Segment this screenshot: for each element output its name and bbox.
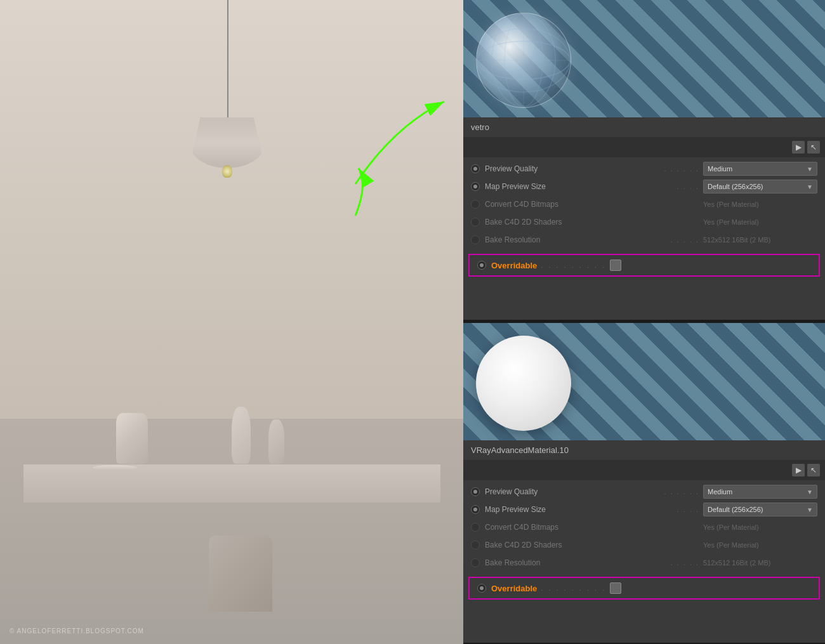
bake-resolution-row: Bake Resolution . . . . . 512x512 16Bit … xyxy=(463,231,825,249)
settings-vray: Preview Quality . . . . . . Medium ▼ Map… xyxy=(463,480,825,574)
vase2-object xyxy=(268,419,284,464)
sphere-lines-svg xyxy=(476,13,571,108)
toolbar-vray: ▶ ↖ xyxy=(463,460,825,480)
material-name-vetro: vetro xyxy=(463,117,825,137)
overridable-row-vetro: Overridable . . . . . . . . . xyxy=(468,254,820,277)
vray-overridable-radio[interactable] xyxy=(477,584,486,593)
vray-overridable-checkbox[interactable] xyxy=(610,582,621,594)
dropdown-arrow-icon3: ▼ xyxy=(807,489,813,496)
toolbar-vetro: ▶ ↖ xyxy=(463,137,825,157)
vray-bake-shaders-row: Bake C4D 2D Shaders Yes (Per Material) xyxy=(463,536,825,554)
vase1-object xyxy=(232,407,251,464)
map-preview-size-value-container: Default (256x256) ▼ xyxy=(703,180,817,194)
bake-resolution-label: Bake Resolution xyxy=(485,235,666,244)
cursor-icon-2[interactable]: ↖ xyxy=(807,464,820,476)
convert-bitmaps-label: Convert C4D Bitmaps xyxy=(485,200,703,209)
glass-sphere-preview xyxy=(476,13,571,108)
material-panel-vetro: vetro ▶ ↖ Preview Quality . . . . . . Me… xyxy=(463,0,825,321)
map-preview-size-radio[interactable] xyxy=(471,182,480,191)
dropdown-arrow-icon2: ▼ xyxy=(807,183,813,190)
vray-bake-resolution-row: Bake Resolution . . . . . 512x512 16Bit … xyxy=(463,554,825,572)
vray-convert-bitmaps-row: Convert C4D Bitmaps Yes (Per Material) xyxy=(463,518,825,536)
preview-quality-dots: . . . . . . xyxy=(664,165,699,173)
copyright-text: © ANGELOFERRETTI.BLOGSPOT.COM xyxy=(10,628,144,634)
map-preview-size-dropdown[interactable]: Default (256x256) ▼ xyxy=(703,180,817,194)
vray-map-preview-dropdown[interactable]: Default (256x256) ▼ xyxy=(703,503,817,516)
preview-quality-row: Preview Quality . . . . . . Medium ▼ xyxy=(463,160,825,178)
overridable-radio[interactable] xyxy=(477,261,486,270)
render-viewport: © ANGELOFERRETTI.BLOGSPOT.COM xyxy=(0,0,463,644)
preview-quality-radio[interactable] xyxy=(471,164,480,173)
map-preview-size-row: Map Preview Size . . . . Default (256x25… xyxy=(463,178,825,195)
dropdown-arrow-icon: ▼ xyxy=(807,166,813,173)
overridable-row-vray: Overridable . . . . . . . . . xyxy=(468,577,820,600)
render-image: © ANGELOFERRETTI.BLOGSPOT.COM xyxy=(0,0,463,644)
bake-shaders-label: Bake C4D 2D Shaders xyxy=(485,218,703,227)
lamp-bulb xyxy=(222,165,232,178)
preview-quality-dropdown[interactable]: Medium ▼ xyxy=(703,162,817,176)
vray-preview-quality-radio[interactable] xyxy=(471,487,480,496)
vray-preview-quality-container: Medium ▼ xyxy=(703,485,817,499)
play-icon[interactable]: ▶ xyxy=(792,141,805,154)
preview-quality-value-container: Medium ▼ xyxy=(703,162,817,176)
bake-shaders-row: Bake C4D 2D Shaders Yes (Per Material) xyxy=(463,213,825,231)
vray-bake-shaders-radio[interactable] xyxy=(471,541,480,549)
play-icon-2[interactable]: ▶ xyxy=(792,464,805,476)
material-preview-vetro xyxy=(463,0,825,117)
table xyxy=(23,464,440,503)
material-name-vray: VRayAdvancedMaterial.10 xyxy=(463,440,825,460)
map-preview-size-label: Map Preview Size xyxy=(485,182,673,191)
vray-convert-bitmaps-radio[interactable] xyxy=(471,523,480,532)
plate-object xyxy=(93,465,137,470)
convert-bitmaps-row: Convert C4D Bitmaps Yes (Per Material) xyxy=(463,195,825,213)
vray-map-preview-radio[interactable] xyxy=(471,505,480,514)
settings-vetro: Preview Quality . . . . . . Medium ▼ Map… xyxy=(463,157,825,251)
bake-shaders-radio[interactable] xyxy=(471,218,480,227)
vray-overridable-label: Overridable xyxy=(491,584,537,593)
lamp-shade xyxy=(189,117,265,168)
room-wall xyxy=(0,0,463,451)
cursor-icon[interactable]: ↖ xyxy=(807,141,820,154)
dropdown-arrow-icon4: ▼ xyxy=(807,506,813,513)
bake-resolution-value: 512x512 16Bit (2 MB) xyxy=(703,236,817,244)
vray-bake-shaders-label: Bake C4D 2D Shaders xyxy=(485,541,703,549)
vray-bake-resolution-radio[interactable] xyxy=(471,558,480,567)
overridable-label: Overridable xyxy=(491,261,537,270)
convert-bitmaps-radio[interactable] xyxy=(471,200,480,209)
material-preview-vray xyxy=(463,323,825,440)
vray-bake-resolution-value: 512x512 16Bit (2 MB) xyxy=(703,559,817,567)
chair-object xyxy=(209,536,272,612)
vray-map-preview-label: Map Preview Size xyxy=(485,505,673,514)
bake-resolution-radio[interactable] xyxy=(471,235,480,244)
convert-bitmaps-value: Yes (Per Material) xyxy=(703,200,817,208)
properties-panel: vetro ▶ ↖ Preview Quality . . . . . . Me… xyxy=(463,0,825,644)
vray-convert-bitmaps-label: Convert C4D Bitmaps xyxy=(485,523,703,532)
white-sphere-surface xyxy=(476,336,571,431)
vray-preview-quality-row: Preview Quality . . . . . . Medium ▼ xyxy=(463,483,825,501)
pitcher-object xyxy=(116,413,148,464)
vray-overridable-dots: . . . . . . . . . xyxy=(541,584,606,592)
vray-convert-bitmaps-value: Yes (Per Material) xyxy=(703,523,817,531)
vray-bake-shaders-value: Yes (Per Material) xyxy=(703,541,817,549)
lamp-cord xyxy=(227,0,228,127)
vray-map-preview-container: Default (256x256) ▼ xyxy=(703,503,817,516)
material-panel-vray: VRayAdvancedMaterial.10 ▶ ↖ Preview Qual… xyxy=(463,323,825,644)
vray-preview-quality-dropdown[interactable]: Medium ▼ xyxy=(703,485,817,499)
vray-preview-quality-label: Preview Quality xyxy=(485,487,660,496)
vray-bake-resolution-label: Bake Resolution xyxy=(485,558,666,567)
white-sphere-preview xyxy=(476,336,571,431)
bake-shaders-value: Yes (Per Material) xyxy=(703,218,817,226)
preview-quality-label: Preview Quality xyxy=(485,164,660,173)
overridable-checkbox[interactable] xyxy=(610,260,621,271)
overridable-dots: . . . . . . . . . xyxy=(541,261,606,269)
vray-map-preview-row: Map Preview Size . . . . Default (256x25… xyxy=(463,501,825,518)
map-preview-dots: . . . . xyxy=(677,183,699,190)
